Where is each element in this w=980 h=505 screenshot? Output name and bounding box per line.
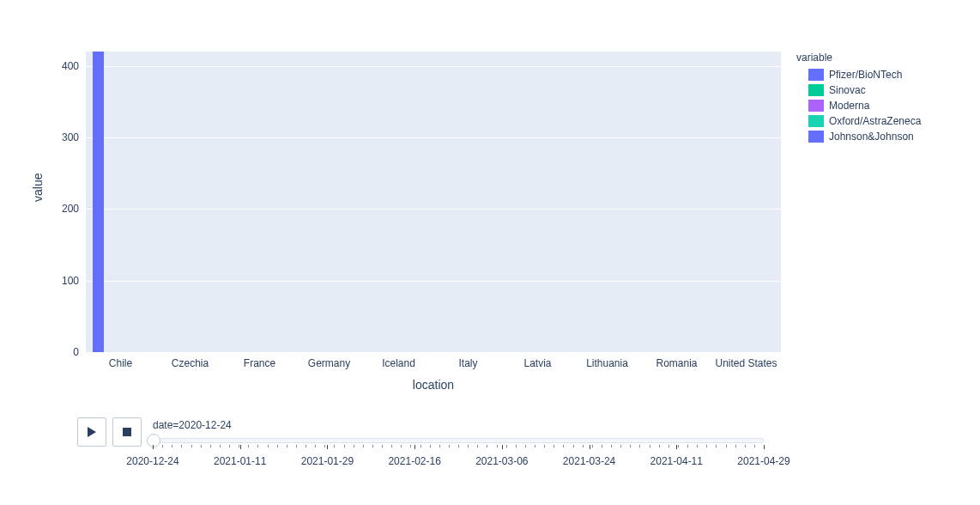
slider-tick-minor [516,445,517,447]
slider-tick-minor [726,445,727,447]
slider-tick-minor [716,445,717,447]
slider-tick-minor [315,445,316,447]
bar[interactable] [93,52,104,352]
animation-controls [77,417,142,447]
slider-tick-major [327,445,328,449]
slider-tick-major [590,445,590,449]
slider-tick-major [676,445,677,449]
slider-tick-minor [687,445,688,447]
slider-tick-minor [535,445,535,447]
legend-label: Sinovac [829,84,866,96]
slider-tick-label: 2021-01-29 [301,455,354,467]
slider-tick-major [414,445,415,449]
slider-tick-minor [439,445,440,447]
legend-item[interactable]: Johnson&Johnson [796,129,921,144]
slider-tick-minor [525,445,526,447]
slider-tick-minor [305,445,306,447]
gridline [86,137,781,138]
slider-tick-major [502,445,503,449]
slider-tick-minor [592,445,593,447]
legend-swatch [808,84,824,96]
slider-tick-minor [268,445,269,447]
slider-tick-label: 2021-03-24 [563,455,615,467]
slider-tick-minor [257,445,258,447]
slider-tick-minor [372,445,373,447]
legend-item[interactable]: Sinovac [796,82,921,98]
legend: variable Pfizer/BioNTechSinovacModernaOx… [796,52,921,144]
slider-tick-minor [354,445,354,447]
slider-tick-minor [650,445,650,447]
x-tick-label: Chile [109,352,132,369]
slider-tick-minor [420,445,421,447]
stop-icon [123,428,131,436]
slider-rail[interactable] [153,438,764,443]
legend-swatch [808,131,824,143]
slider-ticks [153,445,764,453]
slider-tick-minor [248,445,249,447]
slider-tick-minor [745,445,746,447]
slider-tick-label: 2021-04-29 [737,455,789,467]
slider-tick-minor [602,445,602,447]
slider-tick-minor [458,445,459,447]
slider-current-label: date=2020-12-24 [153,419,764,431]
legend-item[interactable]: Oxford/AstraZeneca [796,113,921,129]
legend-label: Oxford/AstraZeneca [829,115,921,127]
slider-tick-minor [611,445,612,447]
slider-tick-minor [477,445,478,447]
gridline [86,209,781,210]
slider-tick-label: 2021-01-11 [214,455,266,467]
x-tick-label: Latvia [523,352,551,369]
slider-tick-minor [506,445,507,447]
x-tick-label: Germany [308,352,350,369]
slider-tick-minor [410,445,411,447]
slider-tick-minor [363,445,364,447]
slider-tick-minor [191,445,192,447]
x-tick-label: Romania [656,352,697,369]
x-tick-label: Czechia [172,352,209,369]
slider-tick-minor [563,445,564,447]
slider-tick-label: 2021-04-11 [650,455,703,467]
legend-swatch [808,115,824,127]
y-axis-title: value [31,173,45,202]
slider-tick-minor [678,445,679,447]
slider-tick-minor [497,445,498,447]
slider-tick-minor [754,445,755,447]
slider-tick-minor [401,445,402,447]
legend-swatch [808,69,824,81]
slider-tick-minor [382,445,383,447]
bar-chart: 0100200300400ChileCzechiaFranceGermanyIc… [86,52,781,352]
x-tick-label: United States [715,352,777,369]
slider-tick-minor [181,445,182,447]
legend-item[interactable]: Moderna [796,98,921,113]
animation-slider: date=2020-12-24 2020-12-242021-01-112021… [153,419,764,469]
y-tick-label: 100 [62,275,86,287]
y-tick-label: 200 [62,203,86,215]
slider-tick-major [240,445,241,449]
legend-swatch [808,100,824,112]
slider-tick-minor [706,445,707,447]
slider-tick-label: 2021-02-16 [388,455,440,467]
slider-tick-minor [220,445,221,447]
slider-tick-minor [573,445,574,447]
legend-label: Pfizer/BioNTech [829,69,902,81]
y-tick-label: 400 [62,60,86,72]
slider-tick-major [764,445,765,449]
slider-tick-minor [668,445,669,447]
slider-tick-minor [449,445,450,447]
slider-tick-minor [659,445,660,447]
slider-tick-minor [324,445,325,447]
stop-button[interactable] [112,417,142,447]
slider-tick-major [153,445,154,449]
slider-tick-minor [201,445,202,447]
slider-tick-minor [468,445,469,447]
x-tick-label: Iceland [382,352,415,369]
slider-tick-minor [391,445,392,447]
plot-background: 0100200300400ChileCzechiaFranceGermanyIc… [86,52,781,352]
slider-tick-minor [554,445,554,447]
slider-tick-labels: 2020-12-242021-01-112021-01-292021-02-16… [153,455,764,469]
legend-item[interactable]: Pfizer/BioNTech [796,67,921,82]
svg-rect-0 [123,428,131,436]
slider-tick-minor [544,445,545,447]
play-button[interactable] [77,417,106,447]
slider-tick-minor [277,445,278,447]
